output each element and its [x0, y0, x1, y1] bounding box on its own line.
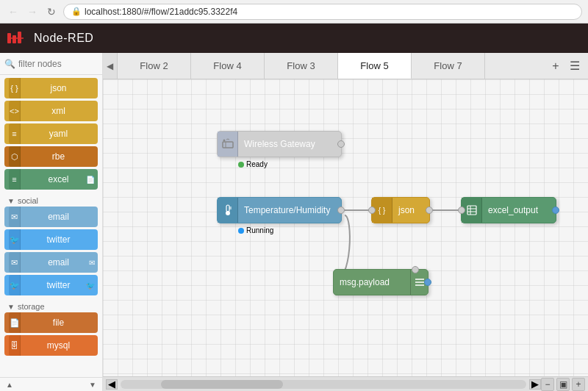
- zoom-in-button[interactable]: +: [572, 378, 585, 391]
- json-output-port: [426, 207, 433, 214]
- node-wireless-gateway[interactable]: Wireless Gateway Ready: [217, 131, 342, 157]
- add-tab-button[interactable]: +: [547, 57, 564, 75]
- back-button[interactable]: ←: [6, 4, 21, 19]
- zoom-controls: − ▣ +: [541, 378, 585, 391]
- logo-icon: [7, 32, 28, 45]
- sidebar-scroll-down[interactable]: ▼: [86, 379, 99, 390]
- file-icon: 📄: [9, 312, 21, 333]
- section-social[interactable]: ▼ social: [4, 192, 98, 207]
- scrollbar-thumb: [161, 380, 283, 389]
- palette-node-twitter-in[interactable]: 🐦 twitter: [4, 229, 98, 250]
- svg-rect-4: [223, 142, 233, 148]
- palette-node-rbe-label: rbe: [24, 151, 93, 162]
- payload-port-top: [412, 266, 419, 273]
- node-temp-humidity[interactable]: Temperature/Humidity Running: [217, 197, 342, 223]
- tab-flow4[interactable]: Flow 4: [191, 53, 265, 79]
- svg-point-10: [226, 211, 230, 215]
- yaml-icon: ≡: [9, 123, 21, 144]
- zoom-out-button[interactable]: −: [541, 378, 554, 391]
- tab-flow7[interactable]: Flow 7: [412, 53, 485, 79]
- rbe-icon: ⬡: [9, 146, 21, 167]
- temp-output-port: [337, 207, 345, 214]
- email-out-right: ✉: [89, 259, 95, 267]
- filter-nodes-bar: 🔍: [0, 53, 102, 75]
- twitter-out-icon: 🐦: [9, 275, 21, 295]
- node-palette: { } json <> xml ≡ yaml ⬡ rbe: [0, 75, 102, 377]
- node-excel-output[interactable]: excel_output: [461, 197, 556, 223]
- excel-right-icon: 📄: [86, 176, 95, 184]
- palette-node-file[interactable]: 📄 file: [4, 312, 98, 333]
- scroll-left-btn[interactable]: ◀: [106, 379, 118, 390]
- palette-node-email-out[interactable]: ✉ email ✉: [4, 252, 98, 273]
- forward-button[interactable]: →: [25, 4, 40, 19]
- palette-node-excel-label: excel: [24, 174, 93, 184]
- gateway-status-dot: [238, 162, 244, 168]
- palette-node-email-in-label: email: [24, 212, 93, 222]
- horizontal-scrollbar[interactable]: [121, 380, 526, 389]
- gateway-status: Ready: [238, 160, 268, 168]
- reset-zoom-button[interactable]: ▣: [556, 378, 570, 391]
- browser-bar: ← → ↻ 🔒 localhost:1880/#/flow/21addc95.3…: [0, 0, 588, 24]
- payload-port-right: [424, 279, 431, 286]
- gateway-status-text: Ready: [246, 160, 268, 168]
- gateway-label: Wireless Gateway: [238, 139, 341, 149]
- temp-label: Temperature/Humidity: [238, 205, 341, 215]
- reload-button[interactable]: ↻: [44, 4, 59, 19]
- section-social-label: social: [18, 196, 38, 205]
- palette-node-rbe[interactable]: ⬡ rbe: [4, 146, 98, 167]
- temp-status-dot: [238, 228, 244, 234]
- sidebar-scroll-up[interactable]: ▲: [3, 379, 16, 390]
- gateway-output-port: [337, 140, 345, 148]
- twitter-out-right: 🐦: [86, 281, 95, 290]
- section-social-arrow: ▼: [7, 197, 15, 205]
- section-storage[interactable]: ▼ storage: [4, 298, 98, 312]
- node-msg-payload[interactable]: msg.payload: [333, 269, 429, 295]
- content-area: ◀ Flow 2 Flow 4 Flow 3 Flow 5 Flow 7 +: [103, 53, 588, 391]
- palette-node-yaml[interactable]: ≡ yaml: [4, 123, 98, 144]
- excel-label: excel_output: [482, 205, 556, 215]
- tab-flow5[interactable]: Flow 5: [338, 53, 412, 79]
- bottom-bar: ◀ ▶ − ▣ +: [103, 376, 588, 391]
- palette-node-twitter-out[interactable]: 🐦 twitter 🐦: [4, 275, 98, 295]
- palette-node-yaml-label: yaml: [24, 129, 93, 139]
- search-icon: 🔍: [4, 59, 15, 69]
- tab-menu-button[interactable]: ☰: [566, 57, 584, 75]
- excel-output-port: [552, 207, 559, 214]
- palette-node-xml[interactable]: <> xml: [4, 101, 98, 121]
- temp-status-text: Running: [246, 226, 273, 234]
- palette-node-twitter-in-label: twitter: [24, 234, 93, 245]
- svg-rect-7: [226, 205, 229, 212]
- palette-node-mysql[interactable]: 🗄 mysql: [4, 335, 98, 356]
- tab-flow3[interactable]: Flow 3: [265, 53, 338, 79]
- palette-node-email-in[interactable]: ✉ email: [4, 207, 98, 227]
- palette-node-file-label: file: [24, 318, 93, 328]
- section-storage-label: storage: [18, 302, 45, 311]
- email-in-icon: ✉: [9, 207, 21, 227]
- palette-node-json[interactable]: { } json: [4, 78, 98, 98]
- mysql-icon: 🗄: [9, 335, 21, 356]
- app-title: Node-RED: [34, 32, 93, 45]
- tab-actions: + ☰: [542, 53, 588, 79]
- node-json[interactable]: { } json: [371, 197, 430, 223]
- tab-flow2[interactable]: Flow 2: [118, 53, 191, 79]
- scroll-right-btn[interactable]: ▶: [529, 379, 541, 390]
- palette-node-xml-label: xml: [24, 106, 93, 116]
- tab-scroll-left[interactable]: ◀: [103, 53, 118, 79]
- temp-icon: [218, 198, 238, 223]
- filter-nodes-input[interactable]: [18, 59, 103, 69]
- twitter-in-icon: 🐦: [9, 229, 21, 250]
- sidebar-scroll-controls: ▲ ▼: [0, 377, 102, 391]
- app: Node-RED 🔍 { } json <> xml: [0, 24, 588, 391]
- svg-rect-11: [467, 206, 476, 215]
- email-out-icon: ✉: [9, 252, 21, 273]
- palette-node-excel[interactable]: ≡ excel 📄: [4, 169, 98, 190]
- sidebar: 🔍 { } json <> xml ≡ yaml: [0, 53, 103, 391]
- svg-rect-1: [12, 35, 16, 43]
- lock-icon: 🔒: [71, 7, 82, 16]
- flow-canvas[interactable]: Wireless Gateway Ready: [103, 79, 588, 376]
- payload-label: msg.payload: [334, 277, 410, 287]
- temp-status: Running: [238, 226, 273, 234]
- json-input-port: [368, 207, 376, 214]
- excel-input-port: [458, 207, 465, 214]
- url-bar[interactable]: 🔒 localhost:1880/#/flow/21addc95.3322f4: [63, 4, 582, 20]
